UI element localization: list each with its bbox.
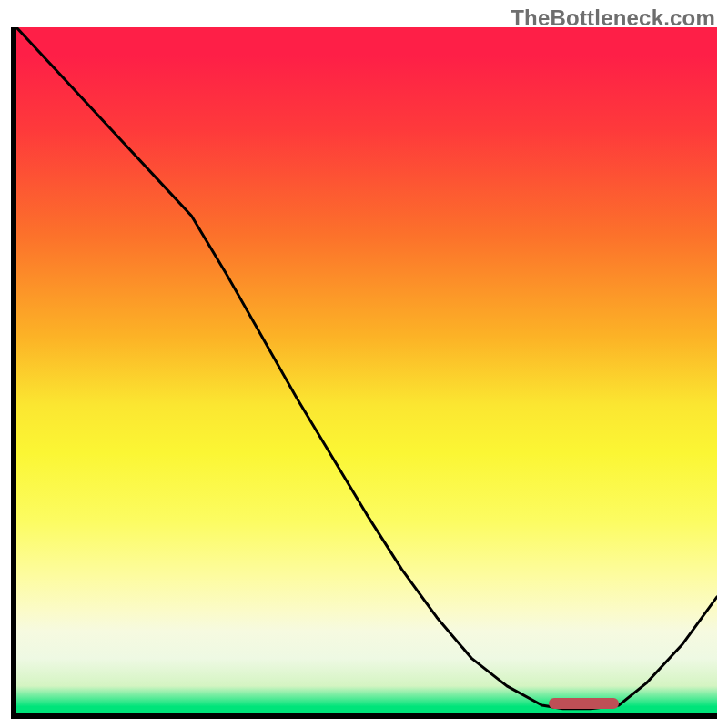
bottleneck-curve [16,27,717,709]
plot-area [11,27,717,719]
curve-svg [16,27,717,713]
watermark-text: TheBottleneck.com [511,5,715,31]
optimum-marker [549,698,619,709]
